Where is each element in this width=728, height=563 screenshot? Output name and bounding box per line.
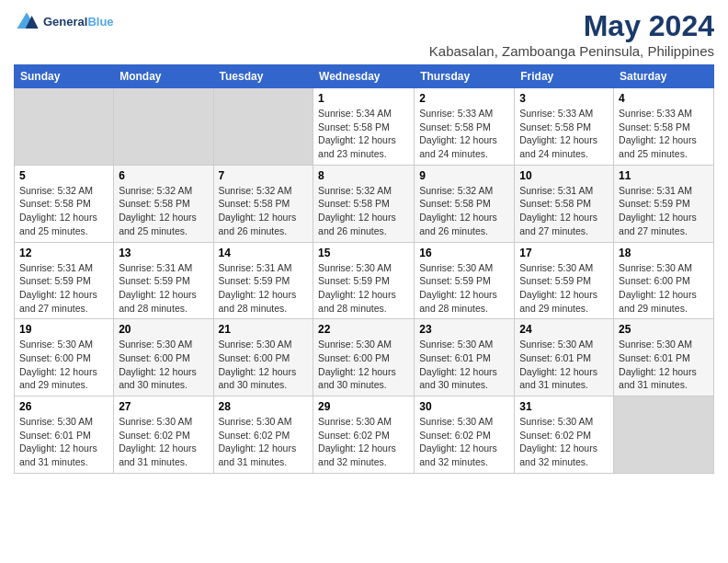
day-number: 17 [519,247,609,259]
day-number: 5 [19,169,108,182]
day-info: Sunrise: 5:31 AMSunset: 5:59 PMDaylight:… [619,184,709,238]
day-number: 14 [219,247,309,259]
calendar-header-row: SundayMondayTuesdayWednesdayThursdayFrid… [15,65,714,88]
title-area: May 2024 Kabasalan, Zamboanga Peninsula,… [429,9,714,59]
day-number: 4 [619,92,709,105]
day-info: Sunrise: 5:30 AMSunset: 6:02 PMDaylight:… [318,415,409,469]
calendar-cell: 24Sunrise: 5:30 AMSunset: 6:01 PMDayligh… [515,319,614,396]
day-number: 12 [19,247,108,259]
sub-title: Kabasalan, Zamboanga Peninsula, Philippi… [429,43,714,59]
day-number: 22 [318,323,409,336]
day-number: 21 [219,323,309,336]
day-info: Sunrise: 5:30 AMSunset: 5:59 PMDaylight:… [519,261,609,316]
day-info: Sunrise: 5:32 AMSunset: 5:58 PMDaylight:… [119,184,208,238]
calendar-cell: 31Sunrise: 5:30 AMSunset: 6:02 PMDayligh… [515,396,614,474]
day-info: Sunrise: 5:30 AMSunset: 6:02 PMDaylight:… [519,415,609,469]
day-number: 18 [619,247,709,259]
day-info: Sunrise: 5:30 AMSunset: 5:59 PMDaylight:… [318,261,409,316]
day-number: 16 [419,247,509,259]
day-number: 29 [318,400,409,413]
calendar-cell: 5Sunrise: 5:32 AMSunset: 5:58 PMDaylight… [15,165,114,242]
calendar-cell: 2Sunrise: 5:33 AMSunset: 5:58 PMDaylight… [415,88,515,166]
calendar-cell: 4Sunrise: 5:33 AMSunset: 5:58 PMDaylight… [614,88,714,166]
logo-text: GeneralBlue [43,16,114,29]
day-number: 2 [419,92,509,105]
day-info: Sunrise: 5:34 AMSunset: 5:58 PMDaylight:… [318,107,409,161]
day-info: Sunrise: 5:30 AMSunset: 6:01 PMDaylight:… [419,338,509,392]
calendar-week-row: 26Sunrise: 5:30 AMSunset: 6:01 PMDayligh… [15,396,714,474]
calendar-table: SundayMondayTuesdayWednesdayThursdayFrid… [14,64,714,474]
day-info: Sunrise: 5:31 AMSunset: 5:59 PMDaylight:… [219,261,309,316]
day-info: Sunrise: 5:32 AMSunset: 5:58 PMDaylight:… [318,184,409,238]
calendar-cell: 26Sunrise: 5:30 AMSunset: 6:01 PMDayligh… [15,396,114,474]
header-friday: Friday [515,65,614,88]
calendar-cell: 1Sunrise: 5:34 AMSunset: 5:58 PMDaylight… [313,88,415,166]
day-info: Sunrise: 5:33 AMSunset: 5:58 PMDaylight:… [619,107,709,161]
day-number: 23 [419,323,509,336]
calendar-cell [15,88,114,166]
day-number: 1 [318,92,409,105]
calendar-cell: 16Sunrise: 5:30 AMSunset: 5:59 PMDayligh… [415,242,515,319]
calendar-cell [614,396,714,474]
calendar-cell: 22Sunrise: 5:30 AMSunset: 6:00 PMDayligh… [313,319,415,396]
day-number: 25 [619,323,709,336]
day-number: 10 [519,169,609,182]
day-info: Sunrise: 5:30 AMSunset: 6:01 PMDaylight:… [519,338,609,392]
day-info: Sunrise: 5:30 AMSunset: 6:02 PMDaylight:… [419,415,509,469]
day-info: Sunrise: 5:31 AMSunset: 5:59 PMDaylight:… [119,261,208,316]
calendar-cell: 18Sunrise: 5:30 AMSunset: 6:00 PMDayligh… [614,242,714,319]
day-info: Sunrise: 5:32 AMSunset: 5:58 PMDaylight:… [219,184,309,238]
calendar-cell: 23Sunrise: 5:30 AMSunset: 6:01 PMDayligh… [415,319,515,396]
calendar-cell: 9Sunrise: 5:32 AMSunset: 5:58 PMDaylight… [415,165,515,242]
day-info: Sunrise: 5:30 AMSunset: 5:59 PMDaylight:… [419,261,509,316]
day-info: Sunrise: 5:30 AMSunset: 6:00 PMDaylight:… [19,338,108,392]
calendar-cell: 14Sunrise: 5:31 AMSunset: 5:59 PMDayligh… [213,242,313,319]
day-info: Sunrise: 5:32 AMSunset: 5:58 PMDaylight:… [19,184,108,238]
day-number: 24 [519,323,609,336]
calendar-cell: 19Sunrise: 5:30 AMSunset: 6:00 PMDayligh… [15,319,114,396]
calendar-cell [213,88,313,166]
header-tuesday: Tuesday [213,65,313,88]
calendar-week-row: 1Sunrise: 5:34 AMSunset: 5:58 PMDaylight… [15,88,714,166]
day-number: 6 [119,169,208,182]
day-info: Sunrise: 5:30 AMSunset: 6:00 PMDaylight:… [119,338,208,392]
calendar-cell: 13Sunrise: 5:31 AMSunset: 5:59 PMDayligh… [114,242,213,319]
calendar-cell: 29Sunrise: 5:30 AMSunset: 6:02 PMDayligh… [313,396,415,474]
day-number: 28 [219,400,309,413]
calendar-cell: 21Sunrise: 5:30 AMSunset: 6:00 PMDayligh… [213,319,313,396]
day-number: 20 [119,323,208,336]
calendar-cell: 11Sunrise: 5:31 AMSunset: 5:59 PMDayligh… [614,165,714,242]
day-info: Sunrise: 5:31 AMSunset: 5:59 PMDaylight:… [19,261,108,316]
calendar-cell: 3Sunrise: 5:33 AMSunset: 5:58 PMDaylight… [515,88,614,166]
calendar-cell: 8Sunrise: 5:32 AMSunset: 5:58 PMDaylight… [313,165,415,242]
header-monday: Monday [114,65,213,88]
day-number: 8 [318,169,409,182]
calendar-cell: 12Sunrise: 5:31 AMSunset: 5:59 PMDayligh… [15,242,114,319]
calendar-cell: 7Sunrise: 5:32 AMSunset: 5:58 PMDaylight… [213,165,313,242]
calendar-cell: 20Sunrise: 5:30 AMSunset: 6:00 PMDayligh… [114,319,213,396]
day-info: Sunrise: 5:33 AMSunset: 5:58 PMDaylight:… [419,107,509,161]
day-number: 31 [519,400,609,413]
header-wednesday: Wednesday [313,65,415,88]
day-info: Sunrise: 5:30 AMSunset: 6:01 PMDaylight:… [619,338,709,392]
day-number: 9 [419,169,509,182]
calendar-cell: 30Sunrise: 5:30 AMSunset: 6:02 PMDayligh… [415,396,515,474]
header-saturday: Saturday [614,65,714,88]
day-number: 19 [19,323,108,336]
calendar-cell: 10Sunrise: 5:31 AMSunset: 5:58 PMDayligh… [515,165,614,242]
header-thursday: Thursday [415,65,515,88]
day-info: Sunrise: 5:30 AMSunset: 6:00 PMDaylight:… [318,338,409,392]
day-number: 13 [119,247,208,259]
day-number: 7 [219,169,309,182]
day-info: Sunrise: 5:30 AMSunset: 6:02 PMDaylight:… [219,415,309,469]
main-title: May 2024 [429,9,714,43]
day-number: 11 [619,169,709,182]
day-number: 27 [119,400,208,413]
day-number: 30 [419,400,509,413]
header: GeneralBlue May 2024 Kabasalan, Zamboang… [14,9,714,59]
header-sunday: Sunday [15,65,114,88]
day-info: Sunrise: 5:32 AMSunset: 5:58 PMDaylight:… [419,184,509,238]
calendar-week-row: 5Sunrise: 5:32 AMSunset: 5:58 PMDaylight… [15,165,714,242]
day-number: 15 [318,247,409,259]
day-info: Sunrise: 5:30 AMSunset: 6:01 PMDaylight:… [19,415,108,469]
